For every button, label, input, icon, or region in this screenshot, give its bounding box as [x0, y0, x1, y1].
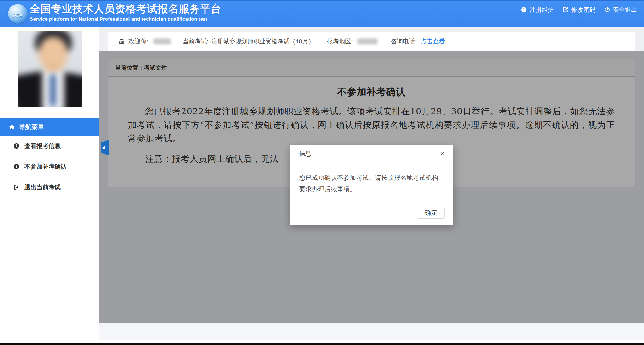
app-header: PTA 全国专业技术人员资格考试报名服务平台 Service platform …	[0, 0, 644, 27]
home-icon	[9, 124, 15, 130]
dialog-title: 信息	[299, 149, 312, 158]
pta-logo-text: PTA	[13, 13, 23, 19]
redacted-region	[357, 38, 378, 44]
sidebar-item-view-registration-info[interactable]: 查看报考信息	[0, 136, 99, 156]
safe-logout-link[interactable]: 安全退出	[604, 6, 637, 14]
site-title: 全国专业技术人员资格考试报名服务平台	[30, 3, 221, 15]
current-exam-value: 注册城乡规划师职业资格考试（10月）	[211, 37, 314, 45]
ok-button[interactable]: 确定	[418, 207, 445, 219]
welcome-bar: 欢迎你: 当前考试: 注册城乡规划师职业资格考试（10月） 报考地区: 咨询电话…	[108, 32, 635, 51]
sidebar-nav-header[interactable]: 导航菜单	[0, 118, 99, 136]
welcome-label: 欢迎你:	[128, 37, 148, 45]
chevron-left-icon	[102, 146, 105, 149]
region-label: 报考地区:	[327, 37, 353, 45]
redacted-user-name	[153, 38, 171, 44]
sidebar-item-exit-current-exam[interactable]: 退出当前考试	[0, 177, 99, 198]
pta-logo: PTA	[8, 4, 28, 24]
dialog-body: 您已成功确认不参加考试。请按原报名地考试机构要求办理后续事项。	[290, 162, 453, 195]
current-exam-label: 当前考试:	[183, 37, 209, 45]
sidebar-item-label: 查看报考信息	[24, 142, 61, 150]
phone-label: 咨询电话:	[391, 37, 417, 45]
sidebar-menu: 查看报考信息 不参加补考确认 退出当前考试	[0, 136, 99, 198]
dialog-message: 您已成功确认不参加考试。请按原报名地考试机构要求办理后续事项。	[299, 172, 443, 195]
screen-bottom-edge	[0, 343, 644, 345]
sidebar-item-label: 不参加补考确认	[24, 163, 67, 171]
change-password-link[interactable]: 修改密码	[562, 6, 595, 14]
close-icon[interactable]: ×	[440, 149, 445, 158]
avatar	[18, 31, 82, 107]
sidebar-item-label: 退出当前考试	[24, 183, 61, 191]
info-circle-icon	[521, 7, 527, 13]
screen: PTA 全国专业技术人员资格考试报名服务平台 Service platform …	[0, 0, 644, 345]
dialog-header: 信息 ×	[290, 145, 453, 162]
site-titles: 全国专业技术人员资格考试报名服务平台 Service platform for …	[30, 3, 221, 22]
avatar-blurred-photo	[18, 31, 82, 107]
registration-maintenance-label: 注册维护	[530, 6, 554, 14]
info-circle-icon	[13, 143, 20, 149]
phone-view-link[interactable]: 点击查看	[421, 37, 445, 45]
sidebar-item-no-makeup-exam-confirm[interactable]: 不参加补考确认	[0, 156, 99, 177]
footer-strip	[99, 323, 644, 340]
sidebar: 导航菜单 查看报考信息 不参加补考确认 退出当前考试	[0, 27, 99, 345]
power-icon	[604, 7, 610, 13]
change-password-label: 修改密码	[571, 6, 595, 14]
info-circle-icon	[13, 163, 20, 170]
sidebar-nav-header-label: 导航菜单	[19, 123, 44, 131]
registration-maintenance-link[interactable]: 注册维护	[521, 6, 554, 14]
info-dialog: 信息 × 您已成功确认不参加考试。请按原报名地考试机构要求办理后续事项。 确定	[290, 145, 453, 225]
sign-out-icon	[13, 184, 20, 190]
header-links: 注册维护 修改密码 安全退出	[521, 1, 637, 19]
edit-icon	[562, 7, 569, 13]
safe-logout-label: 安全退出	[613, 6, 637, 14]
bank-icon	[118, 38, 125, 45]
site-subtitle: Service platform for National Profession…	[30, 16, 221, 22]
